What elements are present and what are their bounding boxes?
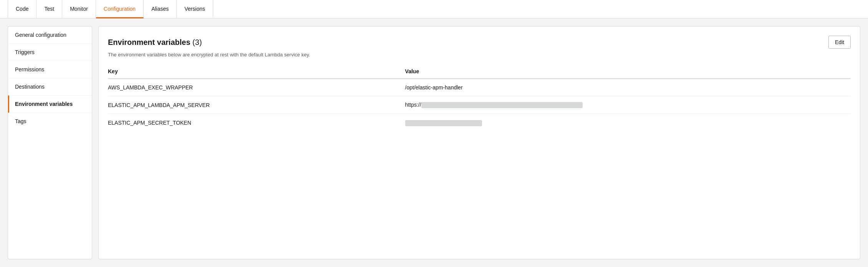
table-row: AWS_LAMBDA_EXEC_WRAPPER /opt/elastic-apm…: [108, 79, 851, 96]
sidebar-item-general-configuration[interactable]: General configuration: [8, 26, 92, 44]
sidebar-item-triggers[interactable]: Triggers: [8, 44, 92, 61]
col-header-value: Value: [405, 65, 851, 79]
env-table: Key Value AWS_LAMBDA_EXEC_WRAPPER /opt/e…: [108, 65, 851, 132]
tab-monitor[interactable]: Monitor: [62, 0, 96, 18]
section-subtitle: The environment variables below are encr…: [108, 52, 851, 58]
sidebar-item-environment-variables[interactable]: Environment variables: [8, 96, 92, 113]
sidebar-item-destinations[interactable]: Destinations: [8, 78, 92, 96]
env-value-2: [405, 114, 851, 132]
table-row: ELASTIC_APM_LAMBDA_APM_SERVER https://: [108, 96, 851, 114]
tab-test[interactable]: Test: [36, 0, 62, 18]
tab-versions[interactable]: Versions: [177, 0, 213, 18]
sidebar: General configuration Triggers Permissio…: [8, 26, 92, 259]
page-content: General configuration Triggers Permissio…: [0, 18, 868, 267]
main-content: Environment variables (3) Edit The envir…: [98, 26, 860, 259]
table-row: ELASTIC_APM_SECRET_TOKEN: [108, 114, 851, 132]
col-header-key: Key: [108, 65, 405, 79]
env-key-2: ELASTIC_APM_SECRET_TOKEN: [108, 114, 405, 132]
env-key-1: ELASTIC_APM_LAMBDA_APM_SERVER: [108, 96, 405, 114]
blurred-value-2: [405, 120, 482, 126]
section-title: Environment variables (3): [108, 38, 202, 47]
env-var-count: (3): [192, 38, 202, 46]
table-header-row: Key Value: [108, 65, 851, 79]
env-key-0: AWS_LAMBDA_EXEC_WRAPPER: [108, 79, 405, 96]
env-value-0: /opt/elastic-apm-handler: [405, 79, 851, 96]
top-nav: Code Test Monitor Configuration Aliases …: [0, 0, 868, 18]
edit-button[interactable]: Edit: [828, 36, 851, 49]
blurred-value-1: [421, 102, 583, 108]
sidebar-item-permissions[interactable]: Permissions: [8, 61, 92, 78]
tab-aliases[interactable]: Aliases: [144, 0, 177, 18]
tab-code[interactable]: Code: [8, 0, 36, 18]
env-value-1: https://: [405, 96, 851, 114]
tab-configuration[interactable]: Configuration: [96, 0, 144, 18]
sidebar-item-tags[interactable]: Tags: [8, 113, 92, 130]
section-header: Environment variables (3) Edit: [108, 36, 851, 49]
